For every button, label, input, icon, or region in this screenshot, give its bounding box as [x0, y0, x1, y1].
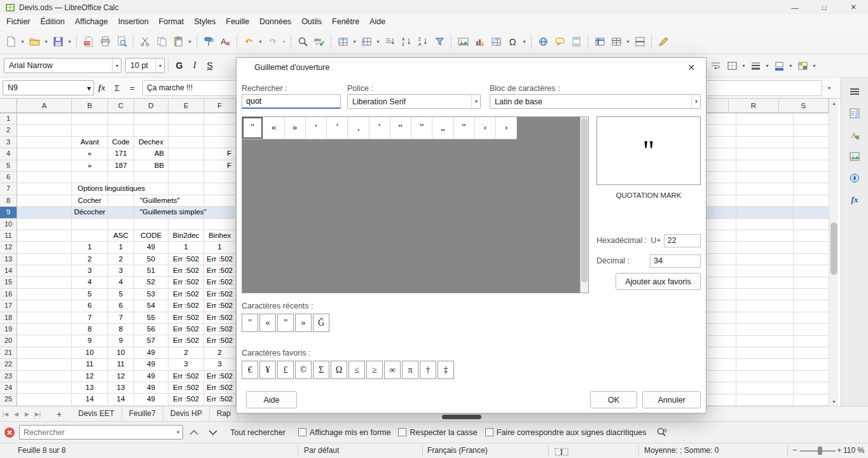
expand-formula-bar-icon[interactable]: ▾: [823, 80, 835, 96]
grid-character-6[interactable]: ‛: [369, 117, 390, 139]
menu-outils[interactable]: Outils: [296, 15, 327, 29]
cell-C19[interactable]: 8: [108, 324, 134, 335]
cell-F14[interactable]: Err :502: [204, 265, 236, 277]
find-search-input[interactable]: [20, 428, 174, 437]
sum-average-status[interactable]: Moyenne: ; Somme: 0: [644, 443, 719, 458]
menu-feuille[interactable]: Feuille: [221, 15, 254, 29]
cell-E7[interactable]: [169, 183, 204, 195]
column-header-c[interactable]: C: [108, 99, 134, 113]
headers-footers-button[interactable]: [568, 32, 584, 50]
formula-button[interactable]: =: [125, 80, 140, 96]
cell-F20[interactable]: Err :502: [204, 335, 236, 347]
cell-A20[interactable]: [17, 335, 72, 347]
cell-E12[interactable]: 1: [169, 242, 204, 253]
row-header-12[interactable]: 12: [0, 242, 17, 253]
cell-C8[interactable]: [108, 195, 134, 207]
row-header-11[interactable]: 11: [0, 230, 17, 242]
conditional-formatting-dropdown[interactable]: ▾: [811, 57, 818, 75]
sidebar-navigator-tab[interactable]: [845, 169, 864, 187]
cell-E17[interactable]: Err :502: [169, 300, 204, 312]
cell-B25[interactable]: 14: [72, 394, 108, 405]
minimize-button[interactable]: —: [780, 0, 809, 15]
cell-B23[interactable]: 12: [72, 371, 108, 382]
cell-B19[interactable]: 8: [72, 324, 108, 335]
column-header-d[interactable]: D: [134, 99, 169, 113]
menu-format[interactable]: Format: [154, 15, 189, 29]
grid-character-9[interactable]: „: [432, 117, 453, 139]
row-header-16[interactable]: 16: [0, 289, 17, 300]
find-replace-dialog-button[interactable]: [654, 425, 670, 440]
border-style-button[interactable]: [747, 57, 764, 75]
menu-aide[interactable]: Aide: [364, 15, 390, 29]
cell-A6[interactable]: [17, 172, 72, 183]
last-sheet-button[interactable]: ▶|: [32, 408, 43, 420]
cell-E19[interactable]: Err :502: [169, 324, 204, 335]
cell-E5[interactable]: [169, 160, 204, 172]
cell-A4[interactable]: [17, 148, 72, 160]
grid-character-7[interactable]: “: [390, 117, 411, 139]
undo-dropdown[interactable]: ▾: [257, 32, 264, 50]
cell-B22[interactable]: 11: [72, 359, 108, 370]
grid-character-10[interactable]: ‟: [454, 117, 475, 139]
cell-B16[interactable]: 5: [72, 289, 108, 300]
sidebar-properties-tab[interactable]: [845, 104, 864, 122]
row-header-25[interactable]: 25: [0, 394, 17, 405]
select-function-button[interactable]: Σ: [109, 80, 125, 96]
open-button[interactable]: [26, 32, 43, 50]
cell-E18[interactable]: Err :502: [169, 312, 204, 324]
language-status[interactable]: Français (France): [427, 443, 488, 458]
special-character-button[interactable]: Ω: [504, 32, 521, 50]
paste-dropdown[interactable]: ▾: [186, 32, 193, 50]
column-header-e[interactable]: E: [169, 99, 204, 113]
clear-formatting-button[interactable]: A: [217, 32, 233, 50]
cell-F16[interactable]: Err :502: [204, 289, 236, 300]
close-findbar-icon[interactable]: [4, 427, 15, 438]
decimal-input[interactable]: [650, 254, 701, 268]
menu-fichier[interactable]: Fichier: [1, 15, 36, 29]
font-size-dropdown-icon[interactable]: ▾: [155, 59, 162, 73]
favorite-char-11[interactable]: ‡: [437, 361, 454, 379]
cell-A12[interactable]: [17, 242, 72, 253]
cell-E21[interactable]: 2: [169, 347, 204, 359]
font-name-combo[interactable]: Arial Narrow ▾: [4, 58, 121, 73]
grid-character-11[interactable]: ‹: [475, 117, 496, 139]
underline-button[interactable]: S: [202, 57, 217, 74]
freeze-cells-dropdown[interactable]: ▾: [624, 32, 631, 50]
favorite-char-8[interactable]: ∞: [384, 361, 401, 379]
sidebar-settings-button[interactable]: [845, 83, 864, 101]
cell-A23[interactable]: [17, 371, 72, 382]
cell-F6[interactable]: [204, 172, 236, 183]
recent-char-4[interactable]: Ğ: [313, 314, 329, 332]
cell-D18[interactable]: 55: [134, 312, 169, 324]
cell-D17[interactable]: 54: [134, 300, 169, 312]
row-header-14[interactable]: 14: [0, 265, 17, 277]
cell-A1[interactable]: [17, 113, 72, 125]
cell-C17[interactable]: 6: [108, 300, 134, 312]
name-box[interactable]: N9 ▾: [3, 80, 94, 95]
cell-C5[interactable]: 187: [108, 160, 134, 172]
character-grid-scrollbar[interactable]: [580, 117, 588, 293]
grid-character-5[interactable]: ‚: [348, 117, 369, 139]
cell-D24[interactable]: 49: [134, 382, 169, 394]
cell-F22[interactable]: 3: [204, 359, 236, 370]
bold-button[interactable]: G: [172, 57, 187, 74]
cell-A3[interactable]: [17, 137, 72, 148]
sidebar-gallery-tab[interactable]: [845, 148, 864, 165]
cell-A19[interactable]: [17, 324, 72, 335]
menu-edition[interactable]: Édition: [36, 15, 70, 29]
show-draw-functions-button[interactable]: [655, 32, 672, 50]
cell-F2[interactable]: [204, 125, 236, 136]
cell-F3[interactable]: [204, 137, 236, 148]
cell-A2[interactable]: [17, 125, 72, 136]
ok-button[interactable]: OK: [590, 391, 637, 408]
borders-button[interactable]: [724, 57, 740, 75]
cell-C16[interactable]: 5: [108, 289, 134, 300]
cell-D6[interactable]: [134, 172, 169, 183]
cell-E1[interactable]: [169, 113, 204, 125]
find-next-button[interactable]: [205, 425, 221, 440]
insert-columns-dropdown[interactable]: ▾: [375, 32, 382, 50]
cell-E22[interactable]: 3: [169, 359, 204, 370]
cell-C15[interactable]: 4: [108, 277, 134, 288]
row-header-8[interactable]: 8: [0, 195, 17, 207]
sidebar-functions-tab[interactable]: fx: [845, 191, 864, 209]
